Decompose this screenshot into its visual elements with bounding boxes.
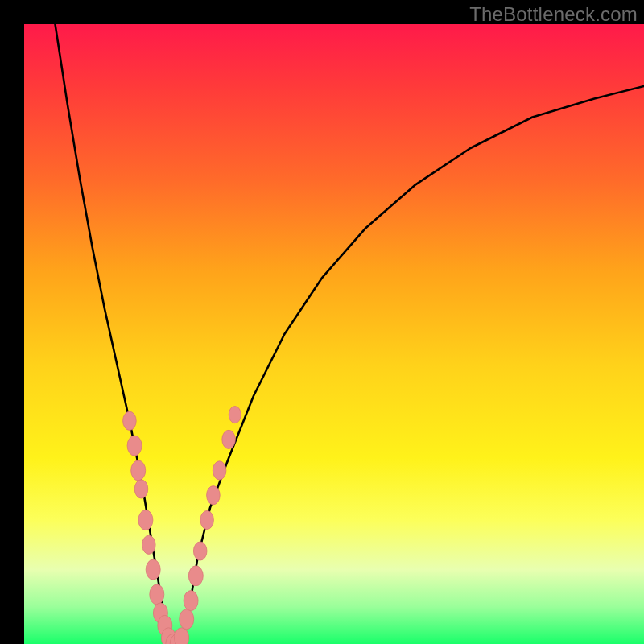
curve-marker bbox=[193, 542, 207, 560]
curve-marker bbox=[175, 628, 189, 644]
marker-group bbox=[123, 406, 242, 644]
curve-marker bbox=[188, 566, 203, 586]
curve-marker bbox=[200, 510, 214, 529]
curve-marker bbox=[146, 559, 160, 580]
chart-overlay bbox=[0, 0, 644, 644]
curve-marker bbox=[213, 461, 226, 480]
curve-marker bbox=[127, 436, 142, 456]
curve-marker bbox=[123, 411, 137, 430]
curve-marker bbox=[207, 486, 221, 505]
curve-marker bbox=[131, 460, 146, 481]
curve-marker bbox=[184, 591, 198, 611]
curve-marker bbox=[180, 609, 194, 630]
curve-marker bbox=[142, 535, 156, 554]
curve-marker bbox=[150, 584, 164, 605]
curve-marker bbox=[229, 406, 241, 423]
chart-frame: TheBottleneck.com bbox=[0, 0, 644, 644]
curve-marker bbox=[222, 430, 236, 448]
curve-marker bbox=[134, 480, 148, 498]
curve-marker bbox=[138, 510, 153, 530]
